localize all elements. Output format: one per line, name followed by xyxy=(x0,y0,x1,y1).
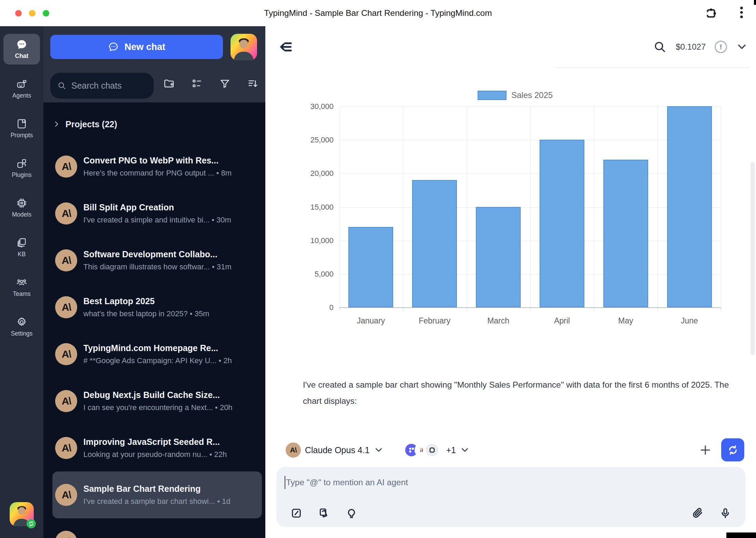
gridline xyxy=(657,107,658,308)
bar-may[interactable] xyxy=(603,160,648,307)
bar-june[interactable] xyxy=(667,106,712,307)
plugin-badge-3 xyxy=(425,443,439,457)
sidebar-item-teams[interactable]: Teams xyxy=(3,272,40,302)
model-selector[interactable]: Claude Opus 4.1 xyxy=(305,445,370,455)
user-avatar-top[interactable] xyxy=(231,34,257,60)
chat-item-preview: what's the best laptop in 2025? • 35m xyxy=(83,309,209,318)
anthropic-avatar: A\ xyxy=(55,202,77,225)
templates-icon[interactable] xyxy=(318,507,330,519)
chat-item-preview: Here's the command for PNG output ... • … xyxy=(83,169,232,178)
new-folder-icon[interactable] xyxy=(163,78,175,89)
message-input[interactable] xyxy=(286,475,665,490)
x-axis-tick xyxy=(403,308,403,311)
y-tick-label: 25,000 xyxy=(310,136,334,145)
window-titlebar: TypingMind - Sample Bar Chart Rendering … xyxy=(0,0,756,26)
chevron-down-icon[interactable] xyxy=(374,445,384,455)
chat-item-preview: # **Google Ads Campaign: API Key U... • … xyxy=(83,356,232,365)
bar-march[interactable] xyxy=(476,207,521,308)
sidebar-item-plugins[interactable]: Plugins xyxy=(3,153,40,183)
plugins-icon xyxy=(16,158,28,169)
chat-bubble-icon xyxy=(108,41,119,52)
sort-icon[interactable] xyxy=(247,78,258,89)
chat-list-item[interactable]: A\Best Laptop 2025what's the best laptop… xyxy=(52,284,262,331)
chat-item-preview: This diagram illustrates how softwar... … xyxy=(83,262,232,271)
sidebar-item-chat[interactable]: Chat xyxy=(3,34,40,64)
attach-file-icon[interactable] xyxy=(692,507,704,519)
search-icon xyxy=(57,81,67,90)
x-tick-label: June xyxy=(658,316,721,326)
usage-cost[interactable]: $0.1027 xyxy=(676,42,706,52)
anthropic-avatar: A\ xyxy=(55,390,77,412)
chat-list-item[interactable]: A\Debug Next.js Build Cache Size...I can… xyxy=(52,378,262,425)
chat-search-box[interactable] xyxy=(50,73,154,99)
message-composer[interactable] xyxy=(276,467,745,527)
x-tick-label: March xyxy=(467,316,530,326)
sidebar-item-label: Agents xyxy=(12,92,31,99)
chat-list-item[interactable]: A\TypingMind.com Homepage Re...# **Googl… xyxy=(52,331,262,378)
chat-panel-header: New chat xyxy=(43,26,265,102)
x-axis-tick xyxy=(530,308,531,311)
lightbulb-icon[interactable] xyxy=(345,507,358,519)
search-icon[interactable] xyxy=(653,40,667,54)
sidebar-item-agents[interactable]: Agents xyxy=(3,73,40,104)
sidebar-item-prompts[interactable]: Prompts xyxy=(3,113,40,144)
anthropic-avatar: A\ xyxy=(55,437,77,459)
collapse-sidebar-icon[interactable] xyxy=(278,39,294,55)
active-plugins[interactable] xyxy=(404,443,439,457)
browser-menu-icon[interactable] xyxy=(734,5,749,21)
chevron-down-icon[interactable] xyxy=(736,41,748,53)
x-axis-tick xyxy=(657,308,658,311)
anthropic-avatar: A\ xyxy=(55,531,77,538)
filter-icon[interactable] xyxy=(219,78,231,89)
teams-icon xyxy=(16,277,28,288)
more-plugins-count[interactable]: +1 xyxy=(446,445,456,455)
regenerate-button[interactable] xyxy=(721,438,744,461)
y-tick-label: 15,000 xyxy=(310,203,334,212)
microphone-icon[interactable] xyxy=(719,507,732,519)
anthropic-avatar: A\ xyxy=(55,484,77,506)
chat-item-title: Best Laptop 2025 xyxy=(83,296,209,306)
bar-april[interactable] xyxy=(540,140,584,307)
sidebar-item-kb[interactable]: KB xyxy=(3,232,40,263)
x-axis-tick xyxy=(721,308,721,311)
chat-list-item[interactable]: A\Sample Bar Chart RenderingI've created… xyxy=(52,471,262,518)
add-attachment-button[interactable] xyxy=(699,444,712,456)
x-tick-label: April xyxy=(530,316,594,326)
bar-january[interactable] xyxy=(348,227,393,307)
x-axis-tick xyxy=(467,308,467,311)
sidebar-item-label: Models xyxy=(12,211,31,218)
user-avatar-bottom[interactable] xyxy=(10,502,34,526)
chat-list-item[interactable]: A\Add Dark Mode to PluginPermi... xyxy=(52,518,262,538)
chat-item-title: Add Dark Mode to PluginPermi... xyxy=(83,537,217,538)
chat-search-input[interactable] xyxy=(71,81,144,91)
edit-note-icon[interactable] xyxy=(290,507,303,519)
sidebar-item-settings[interactable]: Settings xyxy=(3,311,40,342)
bar-february[interactable] xyxy=(412,180,457,307)
gridline xyxy=(530,107,531,308)
cost-warning-icon[interactable]: ! xyxy=(715,41,727,53)
chat-list-item[interactable]: A\Improving JavaScript Seeded R...Lookin… xyxy=(52,425,262,471)
chart-legend[interactable]: Sales 2025 xyxy=(478,90,553,100)
chat-item-title: TypingMind.com Homepage Re... xyxy=(83,343,232,353)
y-tick-label: 20,000 xyxy=(310,169,334,178)
bulk-select-icon[interactable] xyxy=(191,78,203,89)
models-icon xyxy=(16,197,28,209)
chat-item-title: Debug Next.js Build Cache Size... xyxy=(83,390,233,400)
chat-list-item[interactable]: A\Bill Split App CreationI've created a … xyxy=(52,190,262,237)
main-scrollbar-thumb[interactable] xyxy=(750,162,755,355)
chat-list-item[interactable]: A\Software Development Collabo...This di… xyxy=(52,237,262,284)
x-tick-label: February xyxy=(403,316,466,326)
anthropic-avatar: A\ xyxy=(55,249,77,271)
extensions-icon[interactable] xyxy=(704,6,719,21)
refresh-icon xyxy=(727,444,739,456)
chat-icon xyxy=(16,39,28,50)
new-chat-button[interactable]: New chat xyxy=(50,35,223,59)
chat-item-preview: Looking at your pseudo-random nu... • 22… xyxy=(83,450,227,459)
chat-item-preview: I've created a sample bar chart showi...… xyxy=(83,497,230,506)
x-tick-label: May xyxy=(594,316,657,326)
projects-toggle[interactable]: Projects (22) xyxy=(52,116,262,132)
y-tick-label: 10,000 xyxy=(310,236,334,245)
chevron-down-icon[interactable] xyxy=(460,445,470,455)
sidebar-item-models[interactable]: Models xyxy=(3,192,40,223)
chat-list-item[interactable]: A\Convert PNG to WebP with Res...Here's … xyxy=(52,143,262,190)
